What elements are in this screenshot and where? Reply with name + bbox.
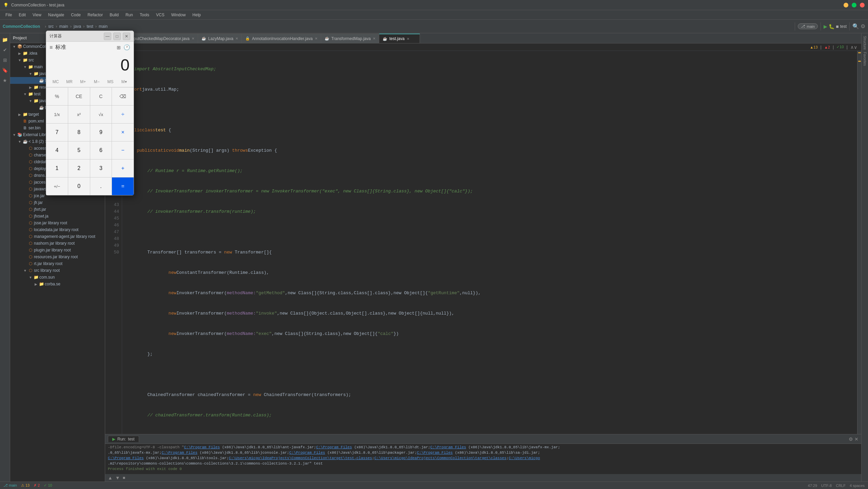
breadcrumb-java[interactable]: java [74, 24, 81, 29]
error-count[interactable]: ▲2 [824, 45, 830, 49]
calc-subtract-button[interactable]: − [112, 142, 134, 159]
calc-5-button[interactable]: 5 [68, 142, 90, 159]
calculator-history-button[interactable]: 🕐 [123, 44, 130, 51]
status-line-sep[interactable]: CRLF [836, 484, 846, 488]
tree-item-rt-jar[interactable]: ⬡ rt.jar library root [10, 260, 105, 267]
status-ok[interactable]: ✓ 10 [44, 483, 52, 488]
tree-item-corbase[interactable]: ▶ 📁 corba.se [10, 281, 105, 287]
right-sidebar-favorites[interactable]: Favorites [863, 52, 867, 66]
calc-divide-button[interactable]: ÷ [112, 106, 134, 123]
ok-count[interactable]: ✓10 [836, 45, 844, 49]
calc-6-button[interactable]: 6 [90, 142, 112, 159]
menu-code[interactable]: Code [68, 12, 83, 18]
right-sidebar-structure[interactable]: Structure [863, 36, 867, 50]
console-link[interactable]: C:\Users\micgo [509, 456, 540, 460]
debug-icon[interactable]: 🐛 [829, 24, 834, 29]
calc-multiply-button[interactable]: × [112, 124, 134, 141]
breadcrumb-main2[interactable]: main [99, 24, 108, 29]
tree-item-jfxswt-jar[interactable]: ⬡ jfxswt.ja [10, 213, 105, 220]
menu-vcs[interactable]: VCS [153, 12, 167, 18]
status-warnings[interactable]: ⚠ 13 [21, 483, 30, 488]
menu-window[interactable]: Window [169, 12, 189, 18]
menu-navigate[interactable]: Navigate [45, 12, 67, 18]
search-icon[interactable]: 🔍 [852, 23, 859, 30]
menu-build[interactable]: Build [107, 12, 121, 18]
tab-transformedmap[interactable]: ☕ TransformedMap.java ✕ [321, 34, 379, 43]
tree-item-comsun[interactable]: ▼ 📁 com.sun [10, 274, 105, 281]
tree-item-jfr-jar[interactable]: ⬡ jfr.jar [10, 199, 105, 206]
vcs-branch[interactable]: ⎇ main [798, 23, 818, 29]
calc-3-button[interactable]: 3 [90, 159, 112, 177]
breadcrumb-main[interactable]: main [59, 24, 68, 29]
expand-icon[interactable]: ∧ [850, 44, 854, 50]
tree-item-nashorn-jar[interactable]: ⬡ nashorn.jar library root [10, 240, 105, 247]
menu-edit[interactable]: Edit [16, 12, 28, 18]
menu-help[interactable]: Help [190, 12, 204, 18]
calc-negate-button[interactable]: +/− [46, 177, 68, 195]
calc-c-button[interactable]: C [90, 88, 112, 105]
console-link[interactable]: C:\Program Files [108, 456, 144, 460]
console-link[interactable]: C:\Users\micgo\IdeaProjects\CommonCollec… [229, 456, 372, 460]
calc-mc-button[interactable]: MC [49, 78, 62, 86]
stop-icon[interactable]: ■ [836, 24, 838, 29]
calc-8-button[interactable]: 8 [68, 124, 90, 141]
collapse-icon[interactable]: ∨ [854, 44, 857, 50]
scroll-up-icon[interactable]: ▲ [108, 475, 113, 481]
calc-4-button[interactable]: 4 [46, 142, 68, 159]
calc-maximize-button[interactable]: □ [113, 33, 121, 40]
calc-mplus-button[interactable]: M+ [76, 78, 90, 86]
tab-close-icon[interactable]: ✕ [235, 37, 238, 40]
tab-close-icon[interactable]: ✕ [192, 37, 194, 40]
sidebar-bookmark-icon[interactable]: 🔖 [1, 67, 9, 74]
menu-refactor[interactable]: Refactor [85, 12, 105, 18]
code-container[interactable]: 34 35 36 37 38 39 40 41 42 43 [105, 51, 861, 434]
calc-decimal-button[interactable]: . [90, 177, 112, 195]
tab-close-icon[interactable]: ✕ [315, 37, 317, 40]
calc-mlist-button[interactable]: M▾ [117, 78, 131, 86]
tree-item-resources-jar[interactable]: ⬡ resources.jar library root [10, 253, 105, 260]
calc-0-button[interactable]: 0 [68, 177, 90, 195]
bottom-tab-run[interactable]: ▶ Run: test [108, 436, 139, 442]
menu-tools[interactable]: Tools [137, 12, 152, 18]
tree-item-plugin-jar[interactable]: ⬡ plugin.jar library root [10, 247, 105, 253]
console-link[interactable]: C:\Program Files [316, 445, 352, 449]
calc-ms-button[interactable]: MS [103, 78, 117, 86]
warning-count[interactable]: ▲13 [810, 45, 817, 49]
status-branch[interactable]: ⎇ main [3, 483, 17, 488]
sidebar-project-icon[interactable]: 📁 [1, 36, 9, 43]
tab-test[interactable]: ☕ test.java ✕ [379, 34, 420, 43]
menu-file[interactable]: File [3, 12, 15, 18]
status-line-col[interactable]: 47:29 [808, 484, 817, 488]
sidebar-structure-icon[interactable]: ⊞ [1, 56, 9, 64]
calc-add-button[interactable]: + [112, 159, 134, 177]
calculator-menu-icon[interactable]: ≡ [50, 44, 53, 51]
status-indent[interactable]: 4 spaces [850, 484, 865, 488]
status-encoding[interactable]: UTF-8 [821, 484, 832, 488]
calc-close-button[interactable]: ✕ [123, 33, 130, 40]
maximize-button[interactable] [852, 3, 856, 7]
tab-annotation[interactable]: 🔒 AnnotationInvocationHandler.java ✕ [242, 34, 321, 43]
console-link[interactable]: C:\Program Files [289, 451, 325, 455]
sidebar-favorites-icon[interactable]: ★ [1, 77, 9, 84]
stop-console-icon[interactable]: ■ [123, 475, 125, 480]
breadcrumb-test[interactable]: test [86, 24, 93, 29]
console-link[interactable]: C:\Program Files [430, 445, 466, 449]
calc-9-button[interactable]: 9 [90, 124, 112, 141]
console-link[interactable]: C:\Program Files [417, 451, 453, 455]
tree-item-jsse-jar[interactable]: ⬡ jsse.jar library root [10, 220, 105, 226]
calc-minimize-button[interactable]: — [104, 33, 111, 40]
calc-2-button[interactable]: 2 [68, 159, 90, 177]
calc-percent-button[interactable]: % [46, 88, 68, 105]
breadcrumb-src[interactable]: src [48, 24, 54, 29]
console-link[interactable]: C:\Program Files [184, 445, 220, 449]
tab-close-icon[interactable]: ✕ [407, 37, 409, 41]
scroll-indicator[interactable] [857, 51, 861, 434]
calc-square-button[interactable]: x² [68, 106, 90, 123]
calc-mr-button[interactable]: MR [62, 78, 76, 86]
console-settings-icon[interactable]: ⚙ [849, 436, 853, 442]
menu-view[interactable]: View [30, 12, 44, 18]
calc-backspace-button[interactable]: ⌫ [112, 88, 134, 105]
tree-item-jfxrt-jar[interactable]: ⬡ jfxrt.jar [10, 206, 105, 213]
calc-mminus-button[interactable]: M− [90, 78, 103, 86]
code-editor[interactable]: // import AbstractInputCheckedMap; impor… [122, 51, 857, 434]
